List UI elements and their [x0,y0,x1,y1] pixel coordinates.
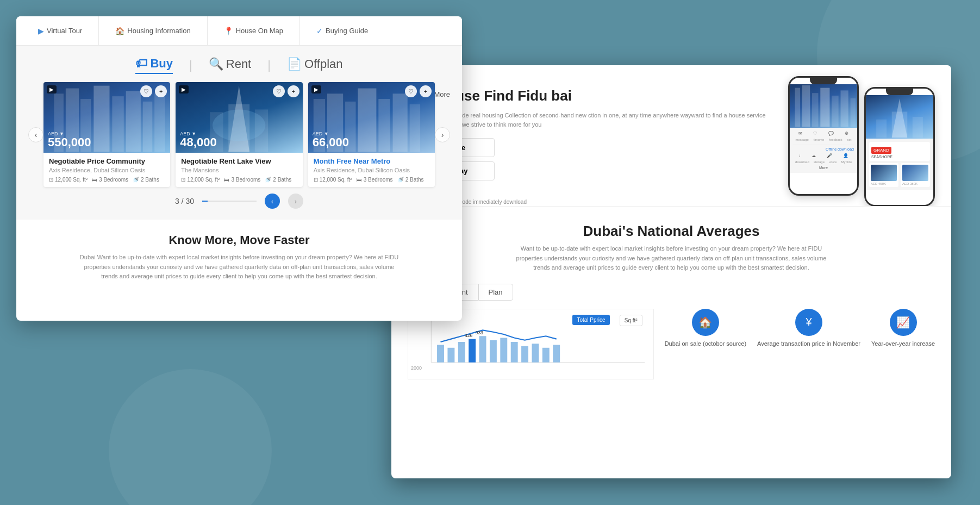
qr-section: Scan code immediately download [408,186,777,207]
svg-text:933: 933 [475,330,483,335]
nav-buying-guide[interactable]: ✓ Buying Guide [300,16,384,45]
svg-rect-7 [154,93,165,152]
prop-small-2: AED 380K [902,182,928,185]
prev-button[interactable]: ‹ [28,127,43,142]
know-more-title: Know More, Move Faster [33,233,446,247]
phone-menu-feedback: 💬 [828,131,834,136]
chart-tooltip-sqft: Sq ft² [620,315,642,326]
stats-title: Dubai's National Averages [408,223,935,240]
page-info: 3 / 30 [175,197,194,205]
nav-house-on-map[interactable]: 📍 House On Map [208,16,300,45]
nav-house-on-map-label: House On Map [236,27,283,35]
nav-housing-info[interactable]: 🏠 Housing Information [99,16,207,45]
stats-section: Dubai's National Averages Want to be up-… [391,207,951,396]
svg-rect-50 [458,342,465,363]
svg-rect-16 [358,89,376,152]
filter-tab-plan[interactable]: Plan [478,284,513,301]
back-card-inner: RTY APP Sell House Find Fidu bai bute, f… [391,65,951,478]
tab-offplan[interactable]: 📄 Offplan [287,57,343,73]
next-button[interactable]: › [435,127,450,142]
prop-baths-1: 🚿 2 Baths [133,177,159,183]
filter-tabs: Sale Rent Plan [408,284,935,301]
main-content: 🏷 Buy | 🔍 Rent | 📄 Offplan ○ More ‹ [16,46,462,220]
page-progress-bar [202,201,257,202]
nav-bar: ▶ Virtual Tour 🏠 Housing Information 📍 H… [16,16,462,46]
know-more-description: Dubai Want to be up-to-date with expert … [76,253,402,282]
svg-rect-18 [392,93,407,152]
price-currency-2: AED ▼ [180,131,216,136]
heart-button-2[interactable]: ♡ [273,85,285,97]
heart-button-1[interactable]: ♡ [140,85,152,97]
bed-icon-1: 🛏 [92,177,97,183]
svg-rect-36 [802,85,810,127]
property-card-3[interactable]: ▶ ♡ + AED ▼ 66,000 Month Free Near Metro… [308,82,435,187]
stat-circle-2: ¥ [795,309,822,336]
prop-small-1: AED 450K [871,182,897,185]
stat-item-3: 📈 Year-over-year increase [871,309,935,379]
heart-button-3[interactable]: ♡ [405,85,417,97]
phone-screen-2: GRAND SEASHORE AED 450K AED 3 [866,89,933,205]
price-currency-3: AED ▼ [313,131,349,136]
svg-rect-49 [447,348,454,363]
svg-rect-43 [892,111,908,138]
tab-divider-1: | [189,58,192,72]
phone-menu-user: 👤 [843,153,848,158]
search-icon: 🔍 [209,57,223,71]
page-prev-button[interactable]: ‹ [265,194,280,209]
size-icon-3: ⊡ [314,177,318,183]
card-actions-2: ♡ + [273,85,299,97]
bath-icon-2: 🚿 [265,177,271,183]
tab-buy[interactable]: 🏷 Buy [135,57,173,74]
bath-icon-3: 🚿 [397,177,404,183]
video-icon-small-2: ▶ [182,86,186,92]
app-section: RTY APP Sell House Find Fidu bai bute, f… [391,65,951,207]
front-browser-card: ▶ Virtual Tour 🏠 Housing Information 📍 H… [16,16,462,321]
price-amount-1: 550,000 [48,136,91,148]
prop-size-2: ⊡ 12,000 Sq. ft² [181,177,220,183]
tab-rent[interactable]: 🔍 Rent [209,57,251,73]
phone-screen-1: ✉ ♡ 💬 ⚙ message favorite feedback set [790,78,857,194]
video-icon-small: ▶ [49,86,54,92]
svg-point-12 [213,109,265,141]
nav-housing-info-label: Housing Information [127,27,190,35]
svg-rect-51 [469,339,476,362]
plus-button-2[interactable]: + [288,85,299,97]
more-label-phone: More [793,166,854,170]
svg-rect-4 [112,96,123,152]
stat-circle-1: 🏠 [692,309,719,336]
offline-download-label: Offline download [793,145,854,151]
property-location-1: Axis Residence, Dubai Silicon Oasis [49,167,165,173]
card-actions-3: ♡ + [405,85,432,97]
property-card-1[interactable]: ▶ ♡ + AED ▼ 550,000 Negotiable Price Com… [43,82,170,187]
page-next-button[interactable]: › [288,194,303,209]
bar-chart-svg: 426 933 [414,315,648,369]
svg-rect-41 [851,98,856,127]
property-features-2: ⊡ 12,000 Sq. ft² 🛏 3 Bedrooms 🚿 2 Baths [181,177,297,183]
phone-menu-favorite: ♡ [813,131,817,136]
svg-rect-57 [532,344,539,362]
plus-button-1[interactable]: + [155,85,167,97]
app-info-left: RTY APP Sell House Find Fidu bai bute, f… [408,76,777,195]
tag-icon: 🏷 [135,57,147,71]
property-info-2: Negotiable Rent Lake View The Mansions ⊡… [176,153,302,187]
phone-notch-2 [886,89,913,95]
stat-label-2: Average transaction price in November [757,340,860,347]
property-info-3: Month Free Near Metro Axis Residence, Du… [308,153,435,187]
prop-baths-2: 🚿 2 Baths [265,177,291,183]
phone-notch-1 [810,78,837,84]
svg-rect-44 [913,117,923,138]
property-card-2[interactable]: ▶ ♡ + AED ▼ 48,000 Negotiable Rent Lake … [176,82,302,187]
svg-rect-35 [795,88,801,127]
know-more-section: Know More, Move Faster Dubai Want to be … [16,220,462,292]
app-description: bute, for you to provide real housing Co… [408,111,777,130]
svg-rect-58 [542,348,550,363]
property-image-2: ▶ ♡ + AED ▼ 48,000 [176,82,302,153]
svg-rect-56 [521,346,528,362]
pagination-row: 3 / 30 ‹ › [27,194,451,214]
plus-button-3[interactable]: + [420,85,432,97]
nav-virtual-tour[interactable]: ▶ Virtual Tour [22,16,99,45]
price-amount-3: 66,000 [313,136,349,148]
check-icon: ✓ [316,27,323,35]
price-tag-2: AED ▼ 48,000 [180,131,216,148]
price-currency-1: AED ▼ [48,131,91,136]
